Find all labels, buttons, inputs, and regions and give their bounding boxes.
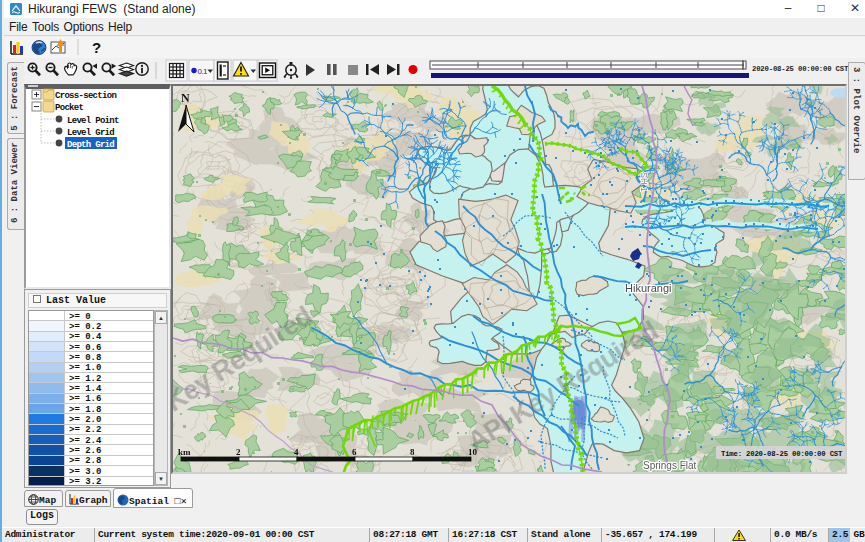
svg-text:Depth Grid: Depth Grid: [67, 140, 114, 150]
svg-text:SH 1: SH 1: [639, 172, 649, 192]
svg-text:8: 8: [410, 447, 415, 457]
svg-text:6: 6: [352, 447, 357, 457]
svg-text:10: 10: [468, 447, 478, 457]
svg-text:2020-08-25 00:00:00 CST: 2020-08-25 00:00:00 CST: [752, 65, 849, 73]
svg-text:0.1: 0.1: [198, 67, 208, 76]
svg-text:Hikurangi: Hikurangi: [625, 282, 671, 294]
svg-text:Cross-section: Cross-section: [55, 91, 116, 101]
svg-text:Springs Flat: Springs Flat: [643, 460, 697, 471]
svg-text:Level Grid: Level Grid: [67, 128, 114, 138]
svg-text:2: 2: [236, 447, 241, 457]
svg-text:4: 4: [294, 447, 299, 457]
svg-text:N: N: [181, 91, 190, 105]
svg-text:Time: 2020-08-25 00:00:00 CST: Time: 2020-08-25 00:00:00 CST: [721, 450, 843, 458]
svg-text:Pocket: Pocket: [55, 103, 84, 113]
svg-text:km: km: [178, 447, 191, 457]
svg-text:?: ?: [92, 39, 101, 56]
svg-text:Level Point: Level Point: [67, 116, 119, 126]
